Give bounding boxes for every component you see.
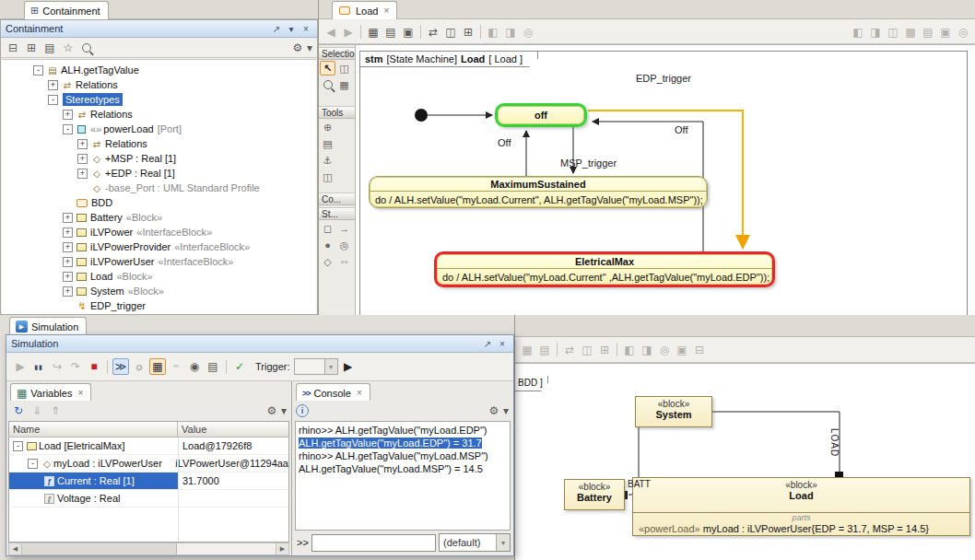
console-line[interactable]: rhino>> ALH.getTagValue("myLoad.EDP") <box>296 424 510 437</box>
tree-item-relations[interactable]: + ⇄ Relations <box>2 136 316 151</box>
tree-item-bdd-diagram[interactable]: BDD <box>2 195 316 210</box>
expander-icon[interactable]: - <box>33 65 43 76</box>
tree-item-base-port[interactable]: ◇ -base_Port : UML Standard Profile <box>2 181 316 195</box>
scroll-left-icon[interactable]: ◀ <box>9 543 22 554</box>
console-output[interactable]: rhino>> ALH.getTagValue("myLoad.EDP") AL… <box>295 421 511 531</box>
note-tool-icon[interactable]: ▤ <box>320 136 335 151</box>
expander-icon[interactable]: + <box>63 286 73 297</box>
animation-speed-icon[interactable]: ≫ <box>112 358 129 375</box>
column-header-value[interactable]: Value <box>178 422 288 437</box>
distribute-icon[interactable]: ◫ <box>885 24 901 41</box>
initial-state-tool-icon[interactable]: ● <box>320 238 335 252</box>
fire-trigger-icon[interactable]: ▶ <box>340 358 357 375</box>
tree-item-load[interactable]: + Load «Block» <box>2 269 316 284</box>
tab-console[interactable]: >> Console × <box>296 383 370 402</box>
transition-label-off[interactable]: Off <box>675 124 687 135</box>
align-right-icon[interactable]: ◨ <box>502 24 519 41</box>
related-elements-icon[interactable]: ⇄ <box>425 24 441 41</box>
minimize-icon[interactable]: ▾ <box>285 22 298 35</box>
state-machine-canvas[interactable]: stm [State Machine] Load [ Load ] off <box>356 44 975 315</box>
anchor-tool-icon[interactable]: ⚓ <box>320 153 335 168</box>
close-tab-icon[interactable]: × <box>357 388 362 398</box>
show-grid-icon[interactable]: ▦ <box>365 24 382 41</box>
expander-icon[interactable]: - <box>13 441 23 451</box>
diagram-info-icon[interactable]: ▤ <box>536 342 553 358</box>
expander-icon[interactable]: + <box>63 213 73 223</box>
transition-label-edp-trigger[interactable]: EDP_trigger <box>636 73 691 84</box>
expander-icon[interactable]: + <box>48 80 58 90</box>
tree-item-msp[interactable]: + ◇ +MSP : Real [1] <box>2 151 316 166</box>
step-into-icon[interactable]: ↪ <box>49 358 65 375</box>
tree-item-battery[interactable]: + Battery «Block» <box>2 210 316 225</box>
forward-icon[interactable]: ▶ <box>340 24 357 41</box>
options-menu-button[interactable]: ⚙ ▾ <box>486 402 510 419</box>
state-maximum-sustained[interactable]: MaximumSustained do / ALH.setValue("myLo… <box>369 176 708 208</box>
choice-tool-icon[interactable]: ◇ <box>320 254 335 269</box>
tree-item-ilvpowerprovider[interactable]: + iLVPowerProvider «InterfaceBlock» <box>2 239 316 254</box>
console-input[interactable] <box>311 534 436 552</box>
expander-icon[interactable]: + <box>77 154 88 164</box>
center-icon[interactable]: ◎ <box>520 24 536 41</box>
more-tools-icon[interactable]: ◦◦ <box>336 254 352 269</box>
zoom-tool-icon[interactable] <box>320 77 335 92</box>
expander-icon[interactable]: + <box>77 169 88 179</box>
overview-icon[interactable]: ▦ <box>336 77 352 92</box>
engine-select[interactable]: (default) ▾ <box>439 533 511 552</box>
trigger-select[interactable]: ▾ <box>294 358 338 375</box>
related-elements-icon[interactable]: ⇄ <box>561 342 578 358</box>
palette-section-tools[interactable]: Tools <box>319 106 355 119</box>
table-row-current[interactable]: ƒ Current : Real [1] 31.7000 <box>9 472 288 490</box>
image-shape-tool-icon[interactable]: ◫ <box>320 169 335 184</box>
export-icon[interactable]: ⇓ <box>29 402 45 419</box>
bdd-canvas[interactable]: BDD ] «block» System «block» Battery «bl… <box>515 363 975 560</box>
open-in-diagram-icon[interactable]: ▤ <box>41 40 58 56</box>
make-same-size-icon[interactable]: ▦ <box>902 24 919 41</box>
float-window-icon[interactable]: ↗ <box>270 22 283 35</box>
part-property[interactable]: «powerLoad» myLoad : iLVPowerUser{EDP = … <box>633 522 969 534</box>
add-element-icon[interactable]: ⊞ <box>460 24 476 41</box>
console-line[interactable]: ALH.getTagValue("myLoad.MSP") = 14.5 <box>296 462 510 475</box>
align-left-icon[interactable]: ◧ <box>621 342 638 358</box>
horizontal-scrollbar[interactable]: ◀ ▶ <box>8 542 289 555</box>
info-icon[interactable]: i <box>296 404 309 417</box>
state-off[interactable]: off <box>495 103 587 127</box>
multi-select-icon[interactable]: ◫ <box>336 61 352 76</box>
close-icon[interactable]: × <box>496 337 509 350</box>
tree-item-relations[interactable]: + ⇄ Relations <box>2 107 316 122</box>
print-preview-icon[interactable]: ▣ <box>400 24 417 41</box>
options-menu-button[interactable]: ⚙ ▾ <box>264 402 288 419</box>
expander-icon[interactable]: + <box>63 257 73 267</box>
back-icon[interactable]: ◀ <box>323 24 339 41</box>
transition-tool-icon[interactable]: → <box>336 221 352 236</box>
selection-cursor-icon[interactable]: ↖ <box>320 61 335 76</box>
state-tool-icon[interactable]: ◻ <box>320 221 335 236</box>
block-load[interactable]: «block» Load parts «powerLoad» myLoad : … <box>632 477 970 536</box>
table-row-myload[interactable]: - ◇ myLoad : iLVPowerUser iLVPowerUser@1… <box>9 455 288 472</box>
expander-icon[interactable]: - <box>48 95 58 105</box>
breakpoints-icon[interactable]: ◦◦ <box>168 358 184 375</box>
tree-item-edp-trigger[interactable]: ↯ EDP_trigger <box>2 298 316 313</box>
state-eletrical-max[interactable]: EletricalMax do / ALH.setValue("myLoad.C… <box>434 251 775 287</box>
scrollbar-thumb[interactable] <box>22 543 177 554</box>
scroll-right-icon[interactable]: ▶ <box>276 543 288 554</box>
zoom-fit-icon[interactable]: ▣ <box>937 24 954 41</box>
palette-section-selection[interactable]: Selection <box>319 47 355 60</box>
simulation-options-icon[interactable]: ☼ <box>131 358 147 375</box>
initial-pseudostate[interactable] <box>415 109 428 122</box>
layout-right-icon[interactable]: ◨ <box>867 24 884 41</box>
tab-load-diagram[interactable]: Load × <box>332 1 397 19</box>
align-right-icon[interactable]: ◨ <box>639 342 655 358</box>
close-icon[interactable]: × <box>300 22 312 35</box>
validate-icon[interactable]: ✓ <box>231 358 248 375</box>
tree-item-stereotypes[interactable]: - Stereotypes <box>2 92 316 107</box>
magnet-tool-icon[interactable]: ⊕ <box>320 120 335 134</box>
terminate-icon[interactable]: ■ <box>86 358 102 375</box>
layout-left-icon[interactable]: ◧ <box>850 24 866 41</box>
step-over-icon[interactable]: ↷ <box>67 358 84 375</box>
show-grid-icon[interactable]: ▦ <box>519 342 535 358</box>
layers-icon[interactable]: ▤ <box>920 24 936 41</box>
options-menu-button[interactable]: ⚙ ▾ <box>289 40 313 56</box>
console-line-selected[interactable]: ALH.getTagValue("myLoad.EDP") = 31.7 <box>296 437 510 449</box>
run-icon[interactable]: ▶ <box>12 358 29 375</box>
documentation-icon[interactable]: ▤ <box>205 358 221 375</box>
